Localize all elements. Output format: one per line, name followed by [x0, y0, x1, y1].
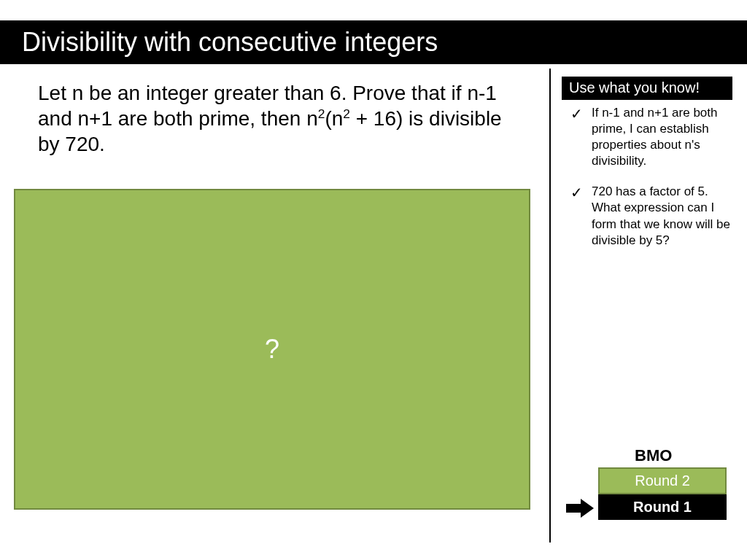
superscript-2: 2: [343, 106, 350, 121]
answer-area[interactable]: ?: [14, 189, 530, 510]
check-icon: ✓: [570, 185, 583, 248]
superscript-1: 2: [318, 106, 325, 121]
answer-placeholder: ?: [265, 334, 279, 365]
slide: Divisibility with consecutive integers L…: [0, 0, 747, 560]
hint-text: If n-1 and n+1 are both prime, I can est…: [592, 105, 734, 169]
rounds-stack: Round 2 Round 1: [598, 467, 727, 520]
hints-list: ✓ If n-1 and n+1 are both prime, I can e…: [570, 105, 734, 263]
arrow-right-icon: [566, 499, 595, 518]
problem-text-2: (n: [325, 107, 343, 130]
round-2-label: Round 2: [635, 472, 690, 489]
slide-title: Divisibility with consecutive integers: [22, 27, 438, 58]
hint-item: ✓ 720 has a factor of 5. What expression…: [570, 184, 734, 248]
hints-header-label: Use what you know!: [569, 79, 700, 96]
vertical-divider: [549, 69, 551, 542]
title-bar: Divisibility with consecutive integers: [0, 20, 747, 64]
hints-header: Use what you know!: [562, 77, 732, 100]
check-icon: ✓: [570, 106, 583, 169]
hint-item: ✓ If n-1 and n+1 are both prime, I can e…: [570, 105, 734, 169]
round-1-box[interactable]: Round 1: [598, 494, 727, 520]
problem-statement: Let n be an integer greater than 6. Prov…: [38, 80, 519, 157]
bmo-label: BMO: [635, 446, 672, 465]
hint-text: 720 has a factor of 5. What expression c…: [592, 184, 734, 248]
round-1-label: Round 1: [633, 499, 692, 515]
round-2-box[interactable]: Round 2: [598, 467, 727, 494]
